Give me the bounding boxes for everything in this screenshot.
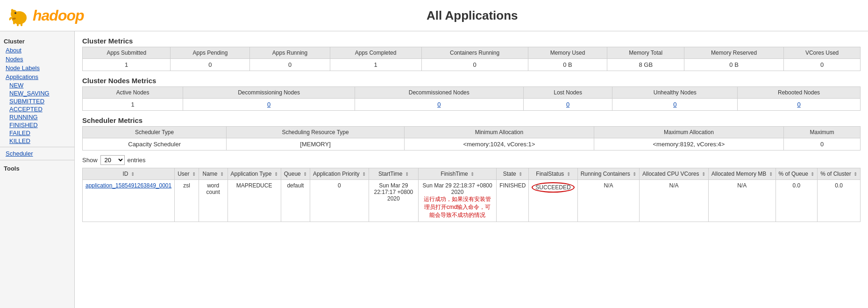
col-scheduling-resource-type: Scheduling Resource Type — [227, 127, 405, 138]
th-id[interactable]: ID ⇕ — [83, 168, 175, 180]
val-max-allocation: <memory:8192, vCores:4> — [594, 138, 783, 150]
sidebar-item-failed[interactable]: FAILED — [0, 129, 74, 137]
val-apps-pending: 0 — [171, 59, 250, 71]
val-memory-used: 0 B — [528, 59, 607, 71]
val-unhealthy-nodes: 0 — [612, 99, 738, 111]
th-user[interactable]: User ⇕ — [175, 168, 199, 180]
sort-icon-pct-cluster: ⇕ — [854, 172, 857, 177]
th-pct-cluster[interactable]: % of Cluster ⇕ — [818, 168, 861, 180]
cell-id: application_1585491263849_0001 — [83, 180, 175, 222]
sidebar-item-accepted[interactable]: ACCEPTED — [0, 105, 74, 113]
applications-table: ID ⇕ User ⇕ Name ⇕ Application Type ⇕ — [82, 168, 861, 222]
sidebar-item-nodes[interactable]: Nodes — [0, 55, 74, 64]
val-decommissioned-nodes: 0 — [355, 99, 523, 111]
hadoop-elephant-icon — [7, 4, 31, 27]
sidebar-item-new-saving[interactable]: NEW_SAVING — [0, 89, 74, 97]
sidebar-divider — [0, 147, 74, 147]
val-apps-running: 0 — [250, 59, 330, 71]
cluster-nodes-row: 1 0 0 0 0 0 — [83, 99, 861, 111]
scheduler-metrics-row: Capacity Scheduler [MEMORY] <memory:1024… — [83, 138, 861, 150]
th-final-status[interactable]: FinalStatus ⇕ — [529, 168, 577, 180]
col-memory-reserved: Memory Reserved — [684, 47, 784, 59]
cell-user: zsl — [175, 180, 199, 222]
th-app-type[interactable]: Application Type ⇕ — [228, 168, 281, 180]
col-memory-total: Memory Total — [607, 47, 684, 59]
val-apps-completed: 1 — [330, 59, 421, 71]
sort-icon-alloc-cpu: ⇕ — [702, 172, 705, 177]
col-rebooted-nodes: Rebooted Nodes — [738, 87, 861, 99]
val-maximum: 0 — [783, 138, 860, 150]
col-decommissioned-nodes: Decommissioned Nodes — [355, 87, 523, 99]
sidebar-item-applications[interactable]: Applications — [0, 72, 74, 81]
sidebar-item-about[interactable]: About — [0, 46, 74, 55]
cell-running-containers: N/A — [577, 180, 639, 222]
sidebar-item-finished[interactable]: FINISHED — [0, 121, 74, 129]
val-memory-total: 8 GB — [607, 59, 684, 71]
val-decommissioning-nodes: 0 — [183, 99, 355, 111]
cell-app-type: MAPREDUCE — [228, 180, 281, 222]
scheduler-metrics-table: Scheduler Type Scheduling Resource Type … — [82, 126, 861, 150]
cell-state: FINISHED — [497, 180, 529, 222]
val-scheduling-resource-type: [MEMORY] — [227, 138, 405, 150]
tools-section-label: Tools — [0, 162, 74, 173]
col-memory-used: Memory Used — [528, 47, 607, 59]
sort-icon-alloc-mem: ⇕ — [769, 172, 773, 177]
sort-icon-id: ⇕ — [131, 172, 135, 177]
col-active-nodes: Active Nodes — [83, 87, 183, 99]
cluster-nodes-title: Cluster Nodes Metrics — [82, 77, 861, 85]
val-active-nodes: 1 — [83, 99, 183, 111]
th-queue[interactable]: Queue ⇕ — [281, 168, 310, 180]
sidebar-item-killed[interactable]: KILLED — [0, 137, 74, 145]
sidebar-item-submitted[interactable]: SUBMITTED — [0, 97, 74, 105]
svg-rect-3 — [13, 20, 15, 24]
col-apps-submitted: Apps Submitted — [83, 47, 171, 59]
sort-icon-app-type: ⇕ — [274, 172, 278, 177]
th-finish-time[interactable]: FinishTime ⇕ — [418, 168, 496, 180]
cell-alloc-cpu: N/A — [640, 180, 709, 222]
col-unhealthy-nodes: Unhealthy Nodes — [612, 87, 738, 99]
svg-rect-4 — [17, 22, 19, 26]
cluster-metrics-row: 1 0 0 1 0 0 B 8 GB 0 B 0 — [83, 59, 861, 71]
val-scheduler-type: Capacity Scheduler — [83, 138, 227, 150]
sort-icon-state: ⇕ — [519, 172, 522, 177]
cluster-nodes-table: Active Nodes Decommissioning Nodes Decom… — [82, 86, 861, 111]
val-memory-reserved: 0 B — [684, 59, 784, 71]
th-state[interactable]: State ⇕ — [497, 168, 529, 180]
sort-icon-pct-queue: ⇕ — [811, 172, 814, 177]
sidebar-item-running[interactable]: RUNNING — [0, 113, 74, 121]
app-id-link[interactable]: application_1585491263849_0001 — [85, 182, 171, 189]
col-scheduler-type: Scheduler Type — [83, 127, 227, 138]
entries-select[interactable]: 10 20 50 100 — [100, 155, 125, 165]
cell-queue: default — [281, 180, 310, 222]
val-lost-nodes: 0 — [523, 99, 612, 111]
col-max-allocation: Maximum Allocation — [594, 127, 783, 138]
th-alloc-mem[interactable]: Allocated Memory MB ⇕ — [708, 168, 776, 180]
sort-icon-priority: ⇕ — [362, 172, 366, 177]
sidebar-item-new[interactable]: NEW — [0, 81, 74, 89]
th-alloc-cpu[interactable]: Allocated CPU VCores ⇕ — [640, 168, 709, 180]
col-apps-running: Apps Running — [250, 47, 330, 59]
annotation-text: 运行成功，如果没有安装管理员打开cmd输入命令，可能会导致不成功的情况 — [421, 195, 493, 219]
sidebar-item-scheduler[interactable]: Scheduler — [0, 149, 74, 158]
th-running-containers[interactable]: Running Containers ⇕ — [577, 168, 639, 180]
hadoop-logo: hadoop — [7, 4, 84, 27]
val-apps-submitted: 1 — [83, 59, 171, 71]
val-min-allocation: <memory:1024, vCores:1> — [404, 138, 594, 150]
scheduler-metrics-title: Scheduler Metrics — [82, 116, 861, 124]
sort-icon-finish-time: ⇕ — [470, 172, 474, 177]
cell-alloc-mem: N/A — [708, 180, 776, 222]
svg-point-7 — [14, 12, 16, 14]
sidebar-item-node-labels[interactable]: Node Labels — [0, 64, 74, 72]
sort-icon-user: ⇕ — [192, 172, 196, 177]
cell-finish-time: Sun Mar 29 22:18:37 +0800 2020 运行成功，如果没有… — [418, 180, 496, 222]
logo-text: hadoop — [33, 7, 84, 24]
cell-pct-cluster: 0.0 — [818, 180, 861, 222]
th-pct-queue[interactable]: % of Queue ⇕ — [776, 168, 818, 180]
th-name[interactable]: Name ⇕ — [199, 168, 228, 180]
th-priority[interactable]: Application Priority ⇕ — [310, 168, 369, 180]
col-maximum: Maximum — [783, 127, 860, 138]
col-min-allocation: Minimum Allocation — [404, 127, 594, 138]
sort-icon-name: ⇕ — [220, 172, 224, 177]
th-start-time[interactable]: StartTime ⇕ — [369, 168, 418, 180]
page-title: All Applications — [84, 8, 861, 23]
